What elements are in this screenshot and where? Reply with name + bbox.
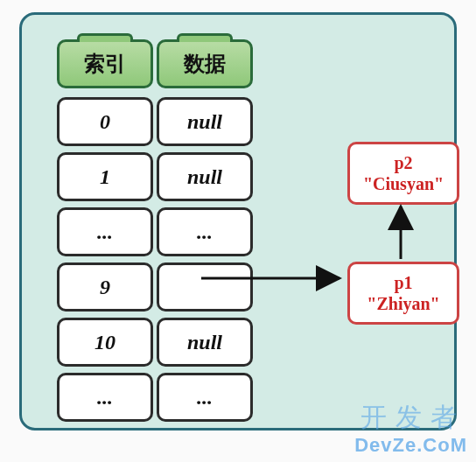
watermark-en: DevZe.CoM: [354, 434, 467, 457]
cell-index: 0: [57, 97, 153, 146]
header-data-label: 数据: [184, 50, 226, 78]
table-row: 9: [57, 262, 253, 312]
table-row: 0 null: [57, 97, 253, 146]
table-row: ... ...: [57, 373, 253, 422]
node-p1-label: p1: [394, 272, 412, 293]
cell-index: 9: [57, 262, 153, 312]
cell-value: null: [157, 318, 253, 367]
watermark-cn: 开发者: [360, 400, 466, 436]
cell-index: ...: [57, 373, 153, 422]
cell-value: [157, 262, 253, 312]
cell-value: null: [157, 97, 253, 146]
table-row: 1 null: [57, 152, 253, 201]
table-row: ... ...: [57, 207, 253, 256]
cell-value: ...: [157, 207, 253, 256]
node-p1: p1 "Zhiyan": [347, 262, 459, 325]
hash-table: 索引 数据 0 null 1 null ... ... 9: [57, 39, 253, 422]
cell-index: 1: [57, 152, 153, 201]
header-tab: [177, 33, 233, 42]
cell-index: 10: [57, 318, 153, 367]
cell-value: null: [157, 152, 253, 201]
node-p2-value: "Ciusyan": [363, 173, 444, 194]
node-p2-label: p2: [394, 152, 412, 173]
header-index-label: 索引: [84, 50, 126, 78]
cell-value: ...: [157, 373, 253, 422]
node-p2: p2 "Ciusyan": [347, 142, 459, 205]
header-tab: [77, 33, 133, 42]
diagram-container: 索引 数据 0 null 1 null ... ... 9: [19, 12, 457, 430]
header-data: 数据: [157, 39, 253, 88]
node-p1-value: "Zhiyan": [367, 293, 439, 314]
header-index: 索引: [57, 39, 153, 88]
table-header-row: 索引 数据: [57, 39, 253, 88]
cell-index: ...: [57, 207, 153, 256]
table-body: 0 null 1 null ... ... 9 10 null ... ...: [57, 97, 253, 422]
table-row: 10 null: [57, 318, 253, 367]
